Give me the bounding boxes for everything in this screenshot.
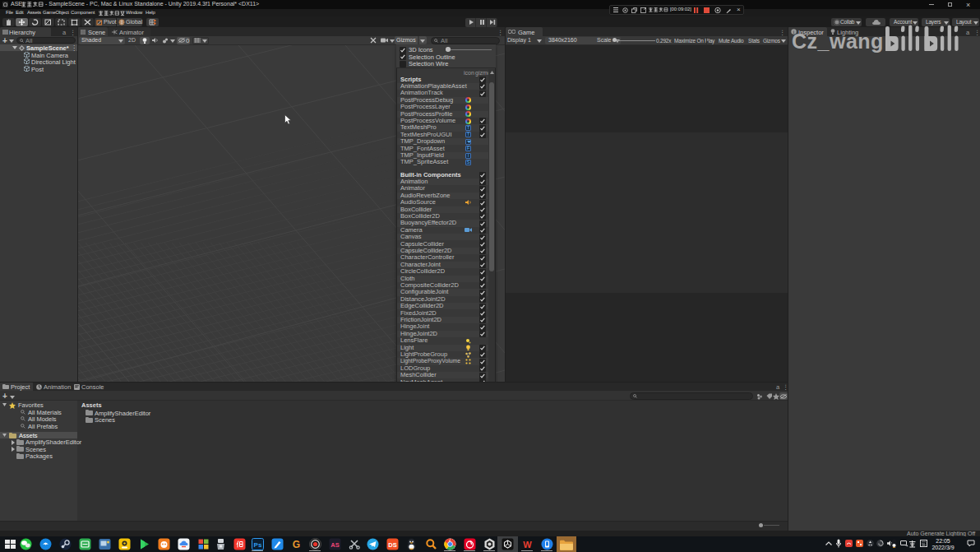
svg-text:DS: DS: [388, 541, 396, 549]
svg-text:W: W: [523, 540, 532, 550]
svg-text:Ps: Ps: [253, 541, 261, 549]
svg-text:Cz_wang: Cz_wang: [792, 30, 884, 53]
svg-text:G: G: [292, 539, 299, 550]
svg-text:AS: AS: [331, 541, 339, 549]
